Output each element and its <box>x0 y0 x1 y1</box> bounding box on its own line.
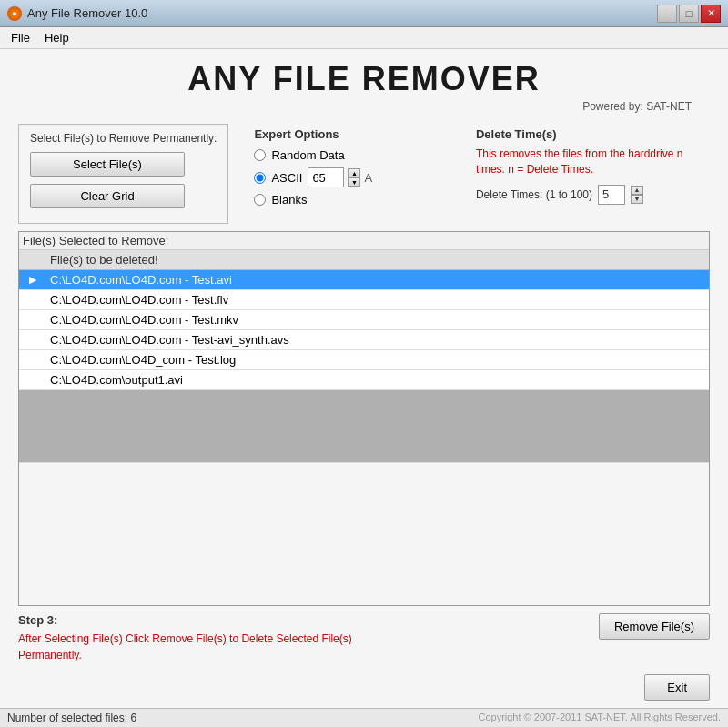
table-row[interactable]: C:\LO4D.com\LO4D.com - Test.flv <box>19 290 709 310</box>
bottom-section: Step 3: After Selecting File(s) Click Re… <box>0 606 728 671</box>
table-row[interactable]: C:\LO4D.com\LO4D.com - Test.mkv <box>19 310 709 330</box>
blanks-row: Blanks <box>254 193 443 207</box>
select-files-section: Select File(s) to Remove Permanently: Se… <box>18 124 228 224</box>
close-button[interactable]: ✕ <box>701 5 721 23</box>
delete-times-section: Delete Time(s) This removes the files fr… <box>469 124 710 208</box>
window-title: Any File Remover 10.0 <box>27 6 147 20</box>
file-path: C:\LO4D.com\LO4D.com - Test-avi_synth.av… <box>46 331 293 348</box>
ascii-down-arrow[interactable]: ▼ <box>348 177 360 187</box>
step3-desc: After Selecting File(s) Click Remove Fil… <box>18 631 352 663</box>
minimize-button[interactable]: — <box>657 5 677 23</box>
app-header: ANY FILE REMOVER Powered by: SAT-NET <box>0 49 728 116</box>
remove-files-button[interactable]: Remove File(s) <box>599 613 710 640</box>
ascii-row: ASCII 65 ▲ ▼ A <box>254 167 443 187</box>
blanks-label: Blanks <box>271 193 307 207</box>
row-indicator: ▶ <box>19 274 46 286</box>
select-files-button[interactable]: Select File(s) <box>30 152 185 177</box>
delete-times-desc: This removes the files from the harddriv… <box>476 146 703 177</box>
files-grid-label: File(s) Selected to Remove: <box>19 232 709 250</box>
controls-row: Select File(s) to Remove Permanently: Se… <box>0 116 728 231</box>
ascii-spinner: 65 ▲ ▼ A <box>308 167 372 187</box>
main-content: ANY FILE REMOVER Powered by: SAT-NET Sel… <box>0 49 728 727</box>
ascii-up-arrow[interactable]: ▲ <box>348 168 360 177</box>
status-bar: Number of selected files: 6 Copyright © … <box>0 708 728 727</box>
clear-grid-button[interactable]: Clear Grid <box>30 184 185 208</box>
blanks-radio[interactable] <box>254 194 266 206</box>
grid-rows: ▶ C:\LO4D.com\LO4D.com - Test.avi C:\LO4… <box>19 270 709 605</box>
ascii-radio[interactable] <box>254 172 266 184</box>
files-grid-section: File(s) Selected to Remove: File(s) to b… <box>18 231 710 606</box>
app-icon: ● <box>7 6 22 21</box>
file-path: C:\LO4D.com\LO4D.com - Test.flv <box>46 291 232 308</box>
file-path: C:\LO4D.com\LO4D.com - Test.avi <box>46 271 236 288</box>
file-path: C:\LO4D.com\LO4D.com - Test.mkv <box>46 311 242 328</box>
grid-header: File(s) to be deleted! <box>19 250 709 270</box>
menu-bar: File Help <box>0 27 728 49</box>
file-path: C:\LO4D.com\LO4D_com - Test.log <box>46 351 239 369</box>
delete-times-title: Delete Time(s) <box>476 127 703 141</box>
table-row[interactable]: C:\LO4D.com\LO4D.com - Test-avi_synth.av… <box>19 330 709 350</box>
ascii-letter: A <box>364 171 372 185</box>
grid-column-header: File(s) to be deleted! <box>46 253 162 267</box>
selected-count: Number of selected files: 6 <box>7 712 136 724</box>
title-bar: ● Any File Remover 10.0 — □ ✕ <box>0 0 728 27</box>
grid-header-arrow-space <box>19 253 46 267</box>
table-row[interactable]: ▶ C:\LO4D.com\LO4D.com - Test.avi <box>19 270 709 290</box>
file-path: C:\LO4D.com\output1.avi <box>46 371 187 389</box>
random-data-radio[interactable] <box>254 149 266 161</box>
table-row[interactable]: C:\LO4D.com\LO4D_com - Test.log <box>19 350 709 370</box>
delete-times-arrows: ▲ ▼ <box>631 186 643 204</box>
times-up-arrow[interactable]: ▲ <box>631 186 643 195</box>
window-controls: — □ ✕ <box>657 5 721 23</box>
step3-label: Step 3: <box>18 613 352 627</box>
powered-by: Powered by: SAT-NET <box>0 100 728 113</box>
copyright: Copyright © 2007-2011 SAT-NET. All Right… <box>478 712 721 724</box>
exit-row: Exit <box>0 671 728 708</box>
title-bar-left: ● Any File Remover 10.0 <box>7 6 147 21</box>
app-title: ANY FILE REMOVER <box>0 60 728 98</box>
menu-file[interactable]: File <box>4 29 37 46</box>
random-data-row: Random Data <box>254 148 443 162</box>
grid-empty-area <box>19 390 709 463</box>
ascii-value[interactable]: 65 <box>308 167 344 187</box>
table-row[interactable]: C:\LO4D.com\output1.avi <box>19 370 709 390</box>
ascii-label: ASCII <box>271 171 302 185</box>
delete-times-row: Delete Times: (1 to 100) 5 ▲ ▼ <box>476 185 703 205</box>
expert-options-section: Expert Options Random Data ASCII 65 ▲ ▼ … <box>247 124 450 216</box>
expert-options-title: Expert Options <box>254 127 443 141</box>
delete-times-label: Delete Times: (1 to 100) <box>476 188 592 201</box>
step3-section: Step 3: After Selecting File(s) Click Re… <box>18 613 352 663</box>
maximize-button[interactable]: □ <box>679 5 699 23</box>
times-down-arrow[interactable]: ▼ <box>631 195 643 204</box>
ascii-arrows: ▲ ▼ <box>348 168 360 187</box>
menu-help[interactable]: Help <box>37 29 76 46</box>
exit-button[interactable]: Exit <box>644 674 710 701</box>
delete-times-value[interactable]: 5 <box>598 185 625 205</box>
select-files-label: Select File(s) to Remove Permanently: <box>30 132 217 145</box>
random-data-label: Random Data <box>271 148 344 162</box>
